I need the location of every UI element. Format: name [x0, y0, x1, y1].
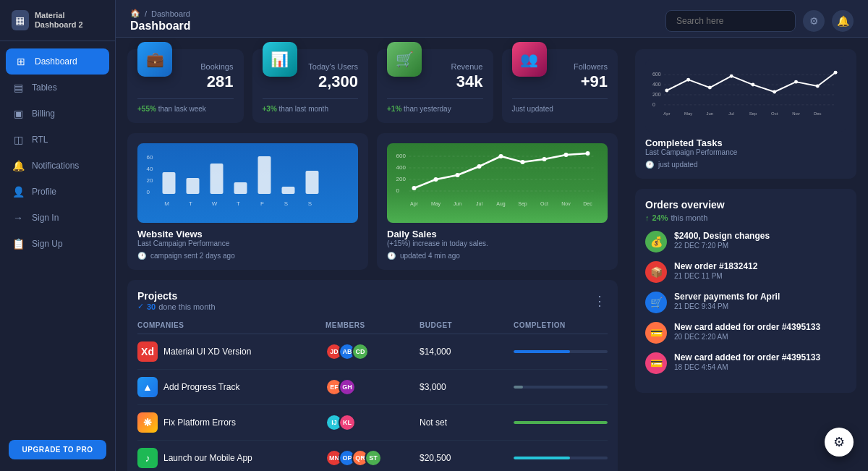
signin-icon: → [12, 212, 25, 224]
upgrade-button[interactable]: UPGRADE TO PRO [9, 440, 106, 459]
signup-icon: 📋 [12, 238, 25, 250]
order-date: 21 DEC 9:34 PM [674, 302, 846, 310]
avatar: CD [352, 343, 369, 360]
settings-icon[interactable]: ⚙ [803, 10, 825, 32]
svg-text:Oct: Oct [540, 201, 548, 206]
chart-footer: 🕐 campaign sent 2 days ago [137, 252, 358, 260]
order-info: New order #1832412 21 DEC 11 PM [674, 261, 846, 280]
sidebar-item-signin[interactable]: → Sign In [0, 205, 115, 231]
main-content: 🏠 / Dashboard Dashboard ⚙ 🔔 💼 Bookings 2… [116, 0, 868, 471]
sidebar-nav: ⊞ Dashboard ▤ Tables ▣ Billing ◫ RTL 🔔 N… [0, 41, 115, 433]
order-dot: 🛒 [645, 292, 667, 313]
completed-tasks-card: 600 400 200 0 [635, 49, 856, 179]
svg-point-56 [751, 83, 754, 87]
svg-text:W: W [212, 200, 218, 207]
sidebar-item-signup[interactable]: 📋 Sign Up [0, 231, 115, 257]
svg-rect-4 [163, 172, 176, 194]
svg-rect-7 [234, 182, 247, 194]
svg-rect-10 [306, 171, 319, 194]
svg-text:200: 200 [396, 176, 407, 182]
svg-text:F: F [260, 200, 264, 207]
svg-rect-5 [187, 178, 200, 194]
progress-fill [514, 421, 608, 424]
orders-month-label: this month [671, 213, 708, 222]
svg-text:Apr: Apr [663, 111, 670, 116]
svg-point-29 [477, 164, 482, 169]
daily-sales-card: 600 400 200 0 [377, 133, 618, 270]
orders-title: Orders overview [645, 199, 846, 211]
followers-icon: 👥 [512, 42, 547, 77]
sidebar-item-label: Billing [32, 109, 55, 119]
done-label: done this month [158, 302, 215, 311]
members-cell: EF GH [326, 378, 420, 396]
line-chart: 600 400 200 0 [387, 143, 608, 223]
order-dot: 💳 [645, 322, 667, 344]
svg-text:Nov: Nov [792, 111, 800, 116]
svg-text:Dec: Dec [583, 201, 592, 206]
svg-point-34 [586, 151, 590, 156]
svg-rect-9 [282, 187, 295, 194]
svg-point-30 [499, 154, 503, 158]
clock-icon: 🕐 [137, 252, 146, 260]
order-info: Server payments for April 21 DEC 9:34 PM [674, 292, 846, 310]
company-name: Launch our Mobile App [163, 453, 252, 463]
fab-settings-button[interactable]: ⚙ [825, 428, 854, 457]
projects-title-group: Projects ✓ 30 done this month [137, 290, 216, 311]
svg-text:Sep: Sep [749, 111, 757, 116]
completion-cell [514, 350, 608, 353]
table-row: ❋ Fix Platform Errors IJ KL Not set [137, 405, 608, 441]
svg-point-27 [434, 177, 438, 182]
search-input[interactable] [665, 10, 796, 32]
sidebar-item-billing[interactable]: ▣ Billing [0, 101, 115, 127]
svg-text:400: 400 [396, 164, 407, 171]
chart-title: Daily Sales [387, 229, 608, 239]
company-cell: ▲ Add Progress Track [137, 377, 326, 397]
order-date: 20 DEC 2:20 AM [674, 333, 846, 341]
sidebar-item-rtl[interactable]: ◫ RTL [0, 127, 115, 153]
chart-footer-text: campaign sent 2 days ago [150, 252, 235, 260]
sidebar-item-dashboard[interactable]: ⊞ Dashboard [6, 48, 109, 75]
svg-point-52 [665, 89, 668, 93]
sidebar-item-tables[interactable]: ▤ Tables [0, 75, 115, 101]
progress-fill [514, 457, 570, 459]
svg-point-57 [773, 90, 776, 94]
notifications-icon: 🔔 [12, 160, 25, 171]
check-icon: ✓ [137, 302, 144, 311]
col-budget: BUDGET [420, 321, 514, 329]
fab-icon: ⚙ [833, 434, 845, 450]
stat-card-users: 📊 Today's Users 2,300 +3% than last mont… [252, 49, 369, 123]
projects-header: Projects ✓ 30 done this month ⋮ [137, 290, 608, 311]
orders-month: ↑ 24% this month [645, 213, 846, 222]
sidebar-item-profile[interactable]: 👤 Profile [0, 179, 115, 205]
website-views-card: 60 40 20 0 [127, 133, 368, 270]
svg-text:Jul: Jul [476, 201, 482, 206]
order-info: New card added for order #4395133 20 DEC… [674, 322, 846, 341]
chart-footer-text: updated 4 min ago [400, 252, 460, 260]
order-name: Server payments for April [674, 292, 846, 302]
breadcrumb-link[interactable]: Dashboard [151, 9, 190, 18]
sidebar-item-notifications[interactable]: 🔔 Notifications [0, 153, 115, 179]
budget-cell: Not set [420, 417, 514, 428]
notifications-bell-icon[interactable]: 🔔 [832, 10, 854, 32]
profile-icon: 👤 [12, 186, 25, 198]
up-arrow-icon: ↑ [645, 213, 650, 222]
completion-cell [514, 421, 608, 424]
stat-card-followers: 👥 Followers +91 Just updated [502, 49, 618, 123]
sidebar-item-label: Profile [32, 187, 56, 197]
svg-text:T: T [237, 200, 240, 207]
svg-text:Jul: Jul [728, 111, 734, 116]
order-dot: 💳 [645, 352, 667, 374]
chart-subtitle: (+15%) increase in today sales. [387, 239, 608, 247]
company-name: Fix Platform Errors [163, 417, 236, 428]
tasks-chart-svg: 600 400 200 0 [652, 65, 839, 123]
svg-point-54 [708, 86, 712, 90]
clock-icon: 🕐 [387, 252, 396, 260]
sidebar-item-label: Dashboard [35, 56, 77, 67]
members-cell: MN OP QR Jessica Doe ST [326, 449, 420, 467]
order-name: $2400, Design changes [674, 231, 846, 241]
table-header: COMPANIES MEMBERS BUDGET COMPLETION [137, 315, 608, 334]
chart-title: Website Views [137, 229, 358, 239]
table-row: Xd Material UI XD Version JD AB CD $14,0… [137, 334, 608, 370]
more-options-button[interactable]: ⋮ [593, 293, 608, 309]
header-right: ⚙ 🔔 [665, 10, 854, 32]
